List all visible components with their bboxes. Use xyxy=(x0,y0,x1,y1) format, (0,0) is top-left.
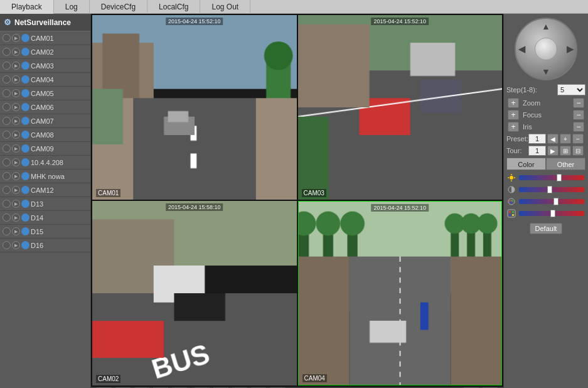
cam-label-text-cam08: CAM08 xyxy=(31,131,54,139)
step-label: Step(1-8): xyxy=(506,86,557,94)
ptz-down-btn[interactable]: ▼ xyxy=(542,67,550,77)
tour-grid-btn[interactable]: ⊟ xyxy=(572,146,584,156)
video-cell-1[interactable]: 2015-04-24 15:52:10 CAM01 xyxy=(92,15,297,200)
sidebar-item-d15[interactable]: ▶ D15 xyxy=(0,225,90,239)
preset-input[interactable] xyxy=(528,134,546,144)
cam-icon-circle-cam08 xyxy=(3,131,11,139)
menu-logout[interactable]: Log Out xyxy=(200,0,250,14)
cam-label-text-cam07: CAM07 xyxy=(31,117,54,125)
cam-icon-circle-cam04 xyxy=(3,75,11,84)
contrast-slider[interactable] xyxy=(519,187,584,192)
svg-rect-10 xyxy=(508,210,515,217)
sidebar-item-cam01[interactable]: ▶ CAM01 xyxy=(0,31,90,45)
cam-icon-circle-cam01 xyxy=(3,34,11,42)
zoom-label: Zoom xyxy=(523,99,572,107)
cam-icon-blue-cam04 xyxy=(21,75,29,84)
brightness-row xyxy=(506,173,585,183)
menu-playback[interactable]: Playback xyxy=(0,0,54,14)
iris-minus-btn[interactable]: − xyxy=(573,122,584,132)
cam-icon-circle-ip1 xyxy=(3,158,11,166)
step-select[interactable]: 5 1234 678 xyxy=(557,84,585,95)
tour-play-btn[interactable]: ▶ xyxy=(547,146,559,156)
cam-icon-circle-cam09 xyxy=(3,144,11,153)
cam-icon-play-cam05: ▶ xyxy=(12,89,20,97)
focus-plus-btn[interactable]: + xyxy=(508,110,519,120)
cam-icon-circle-cam02 xyxy=(3,48,11,56)
color-tab[interactable]: Color xyxy=(506,158,546,170)
ptz-wheel[interactable]: ▲ ▼ ◀ ▶ xyxy=(515,18,577,80)
sidebar-item-cam05[interactable]: ▶ CAM05 xyxy=(0,87,90,100)
default-btn[interactable]: Default xyxy=(530,223,563,234)
cam-icon-circle-mhk xyxy=(3,172,11,180)
preset-set-btn[interactable]: + xyxy=(560,134,571,144)
sidebar-item-d14[interactable]: ▶ D14 xyxy=(0,211,90,225)
brightness-icon xyxy=(506,173,516,183)
focus-minus-btn[interactable]: − xyxy=(573,110,584,120)
ptz-left-btn[interactable]: ◀ xyxy=(518,44,525,54)
cam-label-text-cam02: CAM02 xyxy=(31,48,54,56)
zoom-plus-btn[interactable]: + xyxy=(508,98,519,108)
sidebar-item-mhk[interactable]: ▶ MHK nowa xyxy=(0,170,90,183)
preset-del-btn[interactable]: − xyxy=(572,134,584,144)
cam-label-text-ip1: 10.4.4.208 xyxy=(31,159,63,166)
sidebar-item-cam03[interactable]: ▶ CAM03 xyxy=(0,59,90,73)
other-tab[interactable]: Other xyxy=(546,158,585,170)
brightness-slider[interactable] xyxy=(519,175,584,180)
svg-rect-12 xyxy=(512,211,514,213)
tour-row: Tour: ▶ ⊞ ⊟ xyxy=(506,146,585,156)
preset-back-btn[interactable]: ◀ xyxy=(547,134,559,144)
cam-icon-play-d14: ▶ xyxy=(12,213,20,222)
cam-icon-blue-cam06 xyxy=(21,103,29,111)
ptz-up-btn[interactable]: ▲ xyxy=(542,21,550,31)
cam-icon-blue-cam05 xyxy=(21,89,29,97)
timestamp-1: 2015-04-24 15:52:10 xyxy=(166,18,223,25)
sidebar-item-ip1[interactable]: ▶ 10.4.4.208 xyxy=(0,156,90,170)
sidebar-item-cam09[interactable]: ▶ CAM09 xyxy=(0,142,90,156)
focus-label: Focus xyxy=(523,111,572,119)
cam-icon-play-ip1: ▶ xyxy=(12,158,20,166)
cam-label-text-d16: D16 xyxy=(31,242,43,249)
cam-label-text-cam05: CAM05 xyxy=(31,90,54,97)
cam-label-text-cam01: CAM01 xyxy=(31,35,54,42)
timestamp-2: 2015-04-24 15:52:10 xyxy=(371,18,429,25)
ptz-center[interactable] xyxy=(535,38,557,60)
cam-label-text-cam12: CAM12 xyxy=(31,186,54,194)
menu-log[interactable]: Log xyxy=(54,0,90,14)
hue-icon xyxy=(506,208,516,218)
tour-stop-btn[interactable]: ⊞ xyxy=(560,146,571,156)
cam-icon-circle-cam06 xyxy=(3,103,11,111)
sidebar-item-d13[interactable]: ▶ D13 xyxy=(0,197,90,211)
cam-icon-circle-d15 xyxy=(3,227,11,235)
cam-label-text-d13: D13 xyxy=(31,200,43,208)
zoom-minus-btn[interactable]: − xyxy=(573,98,584,108)
cam-label-text-cam09: CAM09 xyxy=(31,145,54,153)
sidebar-item-cam07[interactable]: ▶ CAM07 xyxy=(0,114,90,128)
saturation-row xyxy=(506,197,585,207)
iris-plus-btn[interactable]: + xyxy=(508,122,519,132)
ptz-right-btn[interactable]: ▶ xyxy=(567,44,574,54)
cam-icon-blue-cam12 xyxy=(21,186,29,194)
cam-icon-blue-mhk xyxy=(21,172,29,180)
cam-icon-blue-d13 xyxy=(21,200,29,208)
sidebar-item-cam06[interactable]: ▶ CAM06 xyxy=(0,100,90,114)
sidebar-item-cam04[interactable]: ▶ CAM04 xyxy=(0,73,90,87)
sidebar-item-d16[interactable]: ▶ D16 xyxy=(0,239,90,252)
video-area: 2015-04-24 15:52:10 CAM01 2015-04-24 15:… xyxy=(91,14,503,388)
sidebar-item-cam08[interactable]: ▶ CAM08 xyxy=(0,128,90,142)
sidebar-item-cam12[interactable]: ▶ CAM12 xyxy=(0,183,90,197)
camera-list: ▶ CAM01 ▶ CAM02 ▶ CAM03 ▶ CAM04 ▶ CAM05 … xyxy=(0,31,90,252)
cam-icon-play-d13: ▶ xyxy=(12,200,20,208)
sidebar-item-cam02[interactable]: ▶ CAM02 xyxy=(0,45,90,59)
cam-icon-circle-cam03 xyxy=(3,62,11,70)
sidebar-title: NetSurveillance xyxy=(14,18,71,27)
video-cell-3[interactable]: 2015-04-24 15:58:10 CAM02 xyxy=(92,201,297,385)
preset-row: Preset: ◀ + − xyxy=(506,134,585,144)
cam-icon-circle-cam12 xyxy=(3,186,11,194)
video-cell-2[interactable]: 2015-04-24 15:52:10 CAM03 xyxy=(298,15,503,200)
saturation-slider[interactable] xyxy=(519,199,584,204)
menu-localcfg[interactable]: LocalCfg xyxy=(147,0,200,14)
menu-devicecfg[interactable]: DeviceCfg xyxy=(90,0,147,14)
hue-slider[interactable] xyxy=(519,211,584,216)
tour-input[interactable] xyxy=(528,146,546,156)
video-cell-4[interactable]: 2015-04-24 15:52:10 CAM04 xyxy=(298,201,503,385)
